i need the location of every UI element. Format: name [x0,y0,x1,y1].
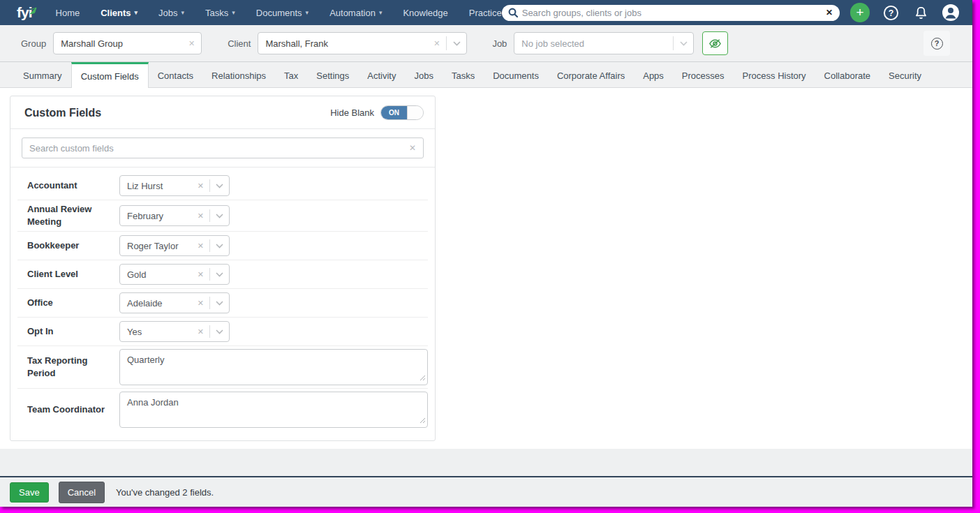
app-window: fyi Home Clients ▾ Jobs ▾ Tasks ▾ Docume… [0,0,972,507]
job-dropdown-icon[interactable] [674,41,693,46]
page-help-button[interactable]: ? [923,31,950,56]
client-label: Client [228,38,251,49]
client-input[interactable] [258,38,427,49]
custom-fields-search[interactable]: ✕ [22,137,424,158]
client-combo[interactable]: ✕ [258,32,467,54]
chevron-down-icon[interactable] [210,329,229,334]
job-label: Job [492,38,507,49]
chevron-down-icon: ▾ [232,9,235,16]
topnav-actions: + ? [850,3,960,22]
select-value: February [120,211,192,221]
tab-collaborate[interactable]: Collaborate [815,62,880,87]
field-label: Opt In [27,325,119,338]
tab-apps[interactable]: Apps [634,62,673,87]
tab-relationships[interactable]: Relationships [202,62,275,87]
context-bar: Group ✕ Client ✕ Job No job selected ? [0,25,972,62]
clear-icon[interactable]: ✕ [192,327,209,336]
nav-item-tasks[interactable]: Tasks ▾ [205,8,235,18]
tab-summary[interactable]: Summary [14,62,71,87]
help-icon: ? [883,5,899,21]
hide-blank-toggle[interactable]: ON [380,105,424,120]
tab-processes[interactable]: Processes [673,62,734,87]
notifications-button[interactable] [912,3,930,22]
fyi-logo[interactable]: fyi [17,4,32,21]
select-value: Liz Hurst [120,181,192,191]
save-button[interactable]: Save [10,482,49,503]
field-label: Client Level [27,268,119,281]
nav-item-knowledge[interactable]: Knowledge [403,8,447,18]
fyi-logo-arrow-icon [29,1,37,18]
hide-client-context-button[interactable] [702,31,728,55]
opt-in-select[interactable]: Yes ✕ [119,321,230,342]
eye-slash-icon [708,38,722,50]
resize-handle-icon[interactable] [420,415,426,426]
nav-item-practice[interactable]: Practice [469,8,502,18]
footer-spacer [0,449,972,476]
main-content: Custom Fields Hide Blank ON ✕ Accountant… [0,88,972,449]
clear-icon[interactable]: ✕ [192,241,209,251]
client-clear-icon[interactable]: ✕ [427,39,446,48]
select-value: Yes [120,327,192,337]
chevron-down-icon[interactable] [210,214,229,218]
nav-item-automation[interactable]: Automation ▾ [329,8,382,18]
custom-fields-search-clear-icon[interactable]: ✕ [409,143,416,153]
chevron-down-icon: ▾ [135,9,138,16]
tab-process-history[interactable]: Process History [734,62,815,87]
tab-custom-fields[interactable]: Custom Fields [71,62,149,88]
svg-text:?: ? [888,8,893,17]
bookkeeper-select[interactable]: Roger Taylor ✕ [119,235,230,256]
client-dropdown-icon[interactable] [447,41,466,46]
tab-tasks[interactable]: Tasks [443,62,484,87]
annual-review-meeting-select[interactable]: February ✕ [119,205,230,226]
field-row: Office Adelaide ✕ [17,289,428,318]
chevron-down-icon[interactable] [210,244,229,248]
panel-header: Custom Fields Hide Blank ON [10,96,435,129]
custom-fields-panel: Custom Fields Hide Blank ON ✕ Accountant… [10,96,436,441]
client-tabs: SummaryCustom FieldsContactsRelationship… [0,62,972,88]
client-level-select[interactable]: Gold ✕ [119,264,230,285]
nav-item-home[interactable]: Home [56,8,80,18]
accountant-select[interactable]: Liz Hurst ✕ [119,175,230,196]
clear-icon[interactable]: ✕ [192,270,209,279]
changed-fields-status: You've changed 2 fields. [116,487,214,498]
team-coordinator-textarea[interactable]: Anna Jordan [119,392,428,428]
tab-jobs[interactable]: Jobs [405,62,442,87]
tab-settings[interactable]: Settings [307,62,358,87]
cancel-button[interactable]: Cancel [59,482,105,503]
group-clear-icon[interactable]: ✕ [182,39,201,48]
field-label: Bookkeeper [27,239,119,252]
tab-contacts[interactable]: Contacts [149,62,202,87]
clear-icon[interactable]: ✕ [192,299,209,308]
tab-security[interactable]: Security [879,62,930,87]
global-search[interactable]: ✕ [502,5,840,21]
global-search-input[interactable] [522,8,826,18]
field-row: Team Coordinator Anna Jordan [17,389,428,431]
clear-icon[interactable]: ✕ [192,211,209,221]
resize-handle-icon[interactable] [420,373,426,383]
clear-icon[interactable]: ✕ [192,181,209,191]
nav-item-jobs[interactable]: Jobs ▾ [158,8,184,18]
group-combo[interactable]: ✕ [53,32,202,54]
tab-corporate-affairs[interactable]: Corporate Affairs [548,62,634,87]
nav-item-documents[interactable]: Documents ▾ [256,8,309,18]
chevron-down-icon[interactable] [210,301,229,306]
chevron-down-icon[interactable] [210,272,229,277]
create-new-button[interactable]: + [850,3,870,22]
office-select[interactable]: Adelaide ✕ [119,292,230,313]
help-button[interactable]: ? [882,3,900,22]
custom-fields-search-input[interactable] [29,143,409,154]
user-menu-button[interactable] [942,3,960,22]
tax-reporting-period-textarea[interactable]: Quarterly [119,349,428,385]
search-clear-icon[interactable]: ✕ [826,8,833,17]
job-combo[interactable]: No job selected [514,32,694,54]
fields-list: Accountant Liz Hurst ✕ Annual Review Mee… [10,168,435,440]
chevron-down-icon[interactable] [210,184,229,188]
tab-activity[interactable]: Activity [358,62,405,87]
tab-documents[interactable]: Documents [484,62,548,87]
custom-fields-search-row: ✕ [10,129,435,168]
group-label: Group [21,38,46,49]
tab-tax[interactable]: Tax [275,62,307,87]
group-input[interactable] [54,38,182,49]
field-label: Team Coordinator [27,403,119,416]
nav-item-clients[interactable]: Clients ▾ [101,8,138,18]
